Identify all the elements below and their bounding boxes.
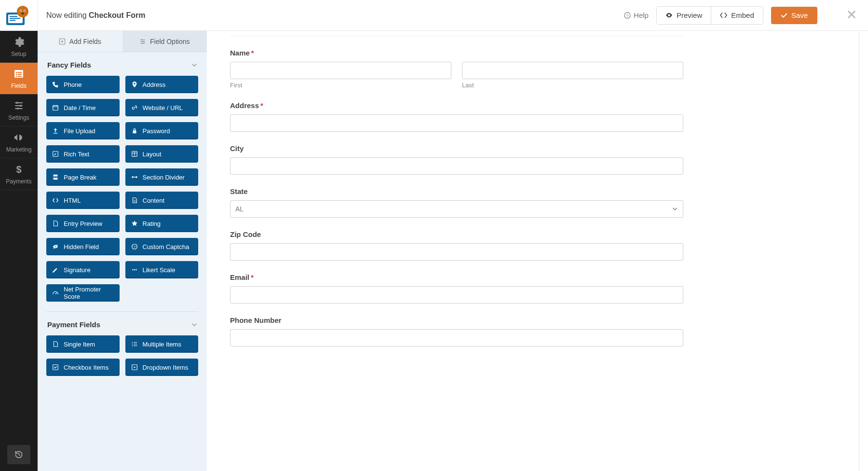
form-field-city[interactable]: City bbox=[230, 144, 683, 175]
embed-button[interactable]: Embed bbox=[711, 7, 763, 24]
pencil-square-icon bbox=[52, 151, 59, 157]
form-field-zip-code[interactable]: Zip Code bbox=[230, 230, 683, 261]
svg-point-26 bbox=[143, 41, 144, 42]
field-date-time[interactable]: Date / Time bbox=[46, 99, 120, 116]
tab-add-fields[interactable]: Add Fields bbox=[38, 31, 122, 52]
svg-text:?: ? bbox=[626, 13, 629, 18]
rail-item-marketing[interactable]: Marketing bbox=[0, 126, 38, 158]
zip-label: Zip Code bbox=[230, 230, 683, 238]
field-phone[interactable]: Phone bbox=[46, 76, 120, 93]
rail-item-payments[interactable]: $ Payments bbox=[0, 158, 38, 190]
first-name-input[interactable] bbox=[230, 62, 451, 79]
field-hidden-field[interactable]: Hidden Field bbox=[46, 238, 120, 255]
field-address[interactable]: Address bbox=[125, 76, 199, 93]
svg-point-35 bbox=[134, 269, 135, 270]
form-field-address[interactable]: Address* bbox=[230, 101, 683, 132]
field-checkbox-items[interactable]: Checkbox Items bbox=[46, 359, 120, 376]
fields-panel: Add Fields Field Options Fancy Fields Ph… bbox=[38, 31, 207, 471]
left-rail: Setup Fields Settings Marketing $ Paymen… bbox=[0, 31, 38, 471]
svg-point-37 bbox=[132, 342, 133, 343]
field-multiple-items[interactable]: Multiple Items bbox=[125, 335, 199, 353]
field-content[interactable]: Content bbox=[125, 192, 199, 209]
field-likert-scale[interactable]: Likert Scale bbox=[125, 261, 199, 278]
field-net-promoter-score[interactable]: Net Promoter Score bbox=[46, 284, 120, 302]
form-name-label: Checkout Form bbox=[89, 11, 145, 19]
eye-icon bbox=[665, 12, 673, 19]
field-layout[interactable]: Layout bbox=[125, 145, 199, 163]
section-title: Payment Fields bbox=[47, 320, 100, 329]
svg-rect-28 bbox=[53, 106, 58, 111]
form-canvas: Name* First Last Address* bbox=[207, 31, 868, 471]
svg-point-10 bbox=[21, 13, 24, 14]
rail-item-setup[interactable]: Setup bbox=[0, 31, 38, 63]
field-custom-captcha[interactable]: ?Custom Captcha bbox=[125, 238, 199, 255]
field-page-break[interactable]: Page Break bbox=[46, 168, 120, 186]
field-entry-preview[interactable]: Entry Preview bbox=[46, 215, 120, 232]
calendar-icon bbox=[52, 104, 59, 111]
section-header-payment-fields[interactable]: Payment Fields bbox=[46, 312, 198, 335]
tab-field-options[interactable]: Field Options bbox=[122, 31, 207, 52]
help-link[interactable]: ? Help bbox=[624, 11, 649, 19]
file-icon bbox=[52, 220, 59, 227]
question-icon: ? bbox=[131, 243, 138, 250]
code-icon bbox=[52, 197, 59, 204]
svg-point-22 bbox=[17, 108, 19, 110]
svg-rect-15 bbox=[18, 72, 22, 73]
field-dropdown-items[interactable]: Dropdown Items bbox=[125, 359, 199, 376]
svg-point-8 bbox=[20, 10, 21, 11]
field-section-divider[interactable]: Section Divider bbox=[125, 168, 199, 186]
upload-icon bbox=[52, 127, 59, 134]
form-field-name[interactable]: Name* First Last bbox=[230, 49, 683, 89]
name-label: Name* bbox=[230, 49, 683, 57]
state-select[interactable]: AL bbox=[230, 200, 683, 218]
zip-input[interactable] bbox=[230, 243, 683, 261]
revisions-button[interactable] bbox=[7, 445, 30, 464]
form-field-phone[interactable]: Phone Number bbox=[230, 316, 683, 346]
eye-slash-icon bbox=[52, 243, 59, 250]
form-field-email[interactable]: Email* bbox=[230, 273, 683, 304]
svg-point-34 bbox=[132, 269, 133, 270]
field-rating[interactable]: Rating bbox=[125, 215, 199, 232]
file-icon bbox=[52, 341, 59, 347]
email-input[interactable] bbox=[230, 286, 683, 304]
svg-rect-3 bbox=[10, 18, 20, 19]
close-icon bbox=[847, 10, 856, 19]
map-marker-icon bbox=[131, 81, 138, 88]
section-title: Fancy Fields bbox=[47, 61, 91, 69]
page-break-icon bbox=[52, 174, 59, 180]
rail-item-settings[interactable]: Settings bbox=[0, 95, 38, 126]
list-ul-icon bbox=[131, 341, 138, 347]
field-file-upload[interactable]: File Upload bbox=[46, 122, 120, 139]
sliders-icon bbox=[139, 38, 146, 45]
field-single-item[interactable]: Single Item bbox=[46, 335, 120, 353]
svg-point-20 bbox=[16, 102, 18, 104]
address-input[interactable] bbox=[230, 114, 683, 132]
svg-rect-29 bbox=[133, 130, 136, 133]
address-label: Address* bbox=[230, 101, 683, 110]
save-button[interactable]: Save bbox=[771, 7, 817, 24]
close-builder-button[interactable] bbox=[845, 6, 858, 25]
preview-embed-group: Preview Embed bbox=[656, 6, 763, 25]
field-rich-text[interactable]: Rich Text bbox=[46, 145, 120, 163]
city-input[interactable] bbox=[230, 157, 683, 175]
plus-square-icon bbox=[59, 38, 66, 45]
preview-button[interactable]: Preview bbox=[657, 7, 711, 24]
svg-rect-14 bbox=[16, 72, 17, 73]
phone-input[interactable] bbox=[230, 329, 683, 346]
field-html[interactable]: HTML bbox=[46, 192, 120, 209]
lock-icon bbox=[131, 127, 138, 134]
last-name-input[interactable] bbox=[462, 62, 683, 79]
dollar-icon: $ bbox=[13, 164, 25, 175]
form-field-state[interactable]: State AL bbox=[230, 187, 683, 218]
chevron-down-icon bbox=[191, 62, 197, 68]
field-website-url[interactable]: Website / URL bbox=[125, 99, 199, 116]
section-header-fancy-fields[interactable]: Fancy Fields bbox=[46, 52, 198, 76]
chevron-down-icon bbox=[191, 322, 197, 328]
svg-text:$: $ bbox=[16, 164, 21, 175]
field-signature[interactable]: Signature bbox=[46, 261, 120, 278]
rail-item-fields[interactable]: Fields bbox=[0, 63, 38, 95]
columns-icon bbox=[131, 151, 138, 157]
city-label: City bbox=[230, 144, 683, 152]
email-label: Email* bbox=[230, 273, 683, 281]
field-password[interactable]: Password bbox=[125, 122, 199, 139]
